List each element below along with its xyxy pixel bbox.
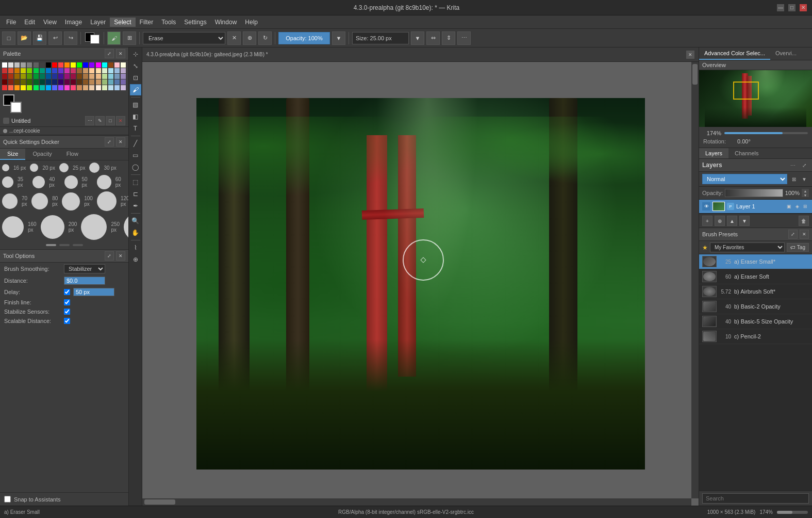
swatch-ly1[interactable] (121, 62, 126, 68)
tool-brush[interactable]: 🖌 (130, 84, 141, 95)
sw-2-13[interactable] (77, 68, 82, 73)
opacity-down-button[interactable]: ▼ (332, 31, 345, 45)
tool-pan[interactable]: ✋ (130, 227, 141, 238)
sw-5-18[interactable] (108, 85, 113, 90)
sw-5-14[interactable] (83, 85, 88, 90)
canvas-close-button[interactable]: ✕ (686, 51, 694, 59)
brush-preset-button[interactable]: 🖌 (107, 31, 121, 45)
sw-4-19[interactable] (114, 79, 120, 85)
sw-2-20[interactable] (121, 68, 126, 73)
palette-file-button[interactable]: □ (106, 116, 115, 125)
sw-2-8[interactable] (46, 68, 51, 73)
sw-2-15[interactable] (89, 68, 94, 73)
tool-color-picker[interactable]: ✒ (130, 200, 141, 212)
delay-input[interactable] (73, 288, 114, 296)
sw-4-20[interactable] (121, 79, 126, 85)
sw-4-5[interactable] (27, 79, 32, 85)
sw-2-6[interactable] (34, 68, 39, 73)
tool-assistant[interactable]: ⊕ (130, 254, 141, 265)
sw-3-6[interactable] (34, 74, 39, 79)
tab-advanced-color[interactable]: Advanced Color Selec... (699, 47, 770, 60)
swatch-b1[interactable] (83, 62, 88, 68)
palette-float-button[interactable]: ⤢ (105, 49, 114, 58)
sw-3-10[interactable] (58, 74, 63, 79)
distance-input[interactable] (64, 277, 105, 285)
sw-2-11[interactable] (64, 68, 70, 73)
bp-float-button[interactable]: ⤢ (788, 230, 798, 239)
size-down-button[interactable]: ▼ (411, 31, 424, 45)
sw-4-2[interactable] (8, 79, 13, 85)
sw-3-11[interactable] (64, 74, 70, 79)
swatch-gray[interactable] (14, 62, 20, 68)
brush-item-basic5[interactable]: 40 b) Basic-5 Size Opacity (699, 314, 812, 329)
sw-5-15[interactable] (89, 85, 94, 90)
brush-item-airbrush[interactable]: 5.72 b) Airbrush Soft* (699, 284, 812, 299)
overview-image[interactable] (699, 70, 812, 127)
scalable-distance-checkbox[interactable] (64, 318, 70, 324)
layers-options-button[interactable]: ⋯ (788, 160, 798, 170)
menu-select[interactable]: Select (110, 18, 135, 27)
sw-3-19[interactable] (114, 74, 120, 79)
tool-crop[interactable]: ⊡ (130, 72, 141, 84)
brush-circle-30[interactable] (89, 163, 100, 173)
swatch-ltgray[interactable] (8, 62, 13, 68)
sw-4-16[interactable] (96, 79, 101, 85)
swatch-dkgray[interactable] (27, 62, 32, 68)
brush-refresh-button[interactable]: ↻ (258, 31, 272, 45)
brush-circle-80[interactable] (31, 193, 48, 209)
to-float-button[interactable]: ⤢ (105, 251, 114, 261)
tab-channels[interactable]: Channels (728, 148, 765, 158)
sw-2-18[interactable] (108, 68, 113, 73)
swatch-pk1[interactable] (114, 62, 120, 68)
move-down-button[interactable]: ▼ (739, 216, 750, 226)
swatch-white[interactable] (2, 62, 7, 68)
brush-circle-16[interactable] (2, 164, 9, 171)
swatch-o1[interactable] (64, 62, 70, 68)
sw-4-9[interactable] (52, 79, 57, 85)
opacity-up-arrow[interactable]: ▲ (802, 189, 809, 193)
layer-action1[interactable]: ▣ (785, 203, 792, 210)
sw-2-17[interactable] (102, 68, 107, 73)
minimize-button[interactable]: — (777, 4, 784, 11)
sw-5-4[interactable] (21, 85, 26, 90)
h-scrollbar-thumb[interactable] (144, 499, 175, 505)
open-button[interactable]: 📂 (18, 31, 31, 45)
sw-4-3[interactable] (14, 79, 20, 85)
tool-select-rect[interactable]: ⬚ (130, 176, 141, 188)
sw-4-17[interactable] (102, 79, 107, 85)
sw-5-16[interactable] (96, 85, 101, 90)
brush-item-eraser-small[interactable]: 25 a) Eraser Small* (699, 254, 812, 269)
layer-action2[interactable]: ◈ (793, 203, 801, 210)
sw-2-2[interactable] (8, 68, 13, 73)
brush-circle-160[interactable] (2, 216, 24, 238)
menu-view[interactable]: View (39, 18, 61, 27)
sw-3-5[interactable] (27, 74, 32, 79)
sw-5-11[interactable] (64, 85, 70, 90)
swatch-y1[interactable] (71, 62, 76, 68)
brush-circle-60[interactable] (97, 175, 111, 189)
sw-2-16[interactable] (96, 68, 101, 73)
sw-2-19[interactable] (114, 68, 120, 73)
sw-4-11[interactable] (64, 79, 70, 85)
brush-circle-100[interactable] (62, 192, 80, 211)
sw-4-10[interactable] (58, 79, 63, 85)
menu-edit[interactable]: Edit (20, 18, 39, 27)
qs-tab-opacity[interactable]: Opacity (25, 149, 59, 160)
redo-button[interactable]: ↪ (64, 31, 77, 45)
fg-bg-indicator[interactable] (3, 94, 22, 113)
size-input[interactable] (352, 32, 409, 44)
sw-3-3[interactable] (14, 74, 20, 79)
opacity-slider[interactable] (725, 189, 783, 197)
brush-circle-250[interactable] (81, 214, 107, 240)
sw-4-6[interactable] (34, 79, 39, 85)
mirror-h-button[interactable]: ⇔ (426, 31, 440, 45)
mirror-v-button[interactable]: ⇕ (442, 31, 455, 45)
menu-help[interactable]: Help (241, 18, 262, 27)
menu-filter[interactable]: Filter (136, 18, 158, 27)
search-input[interactable] (702, 493, 809, 504)
window-controls[interactable]: — □ ✕ (777, 4, 807, 11)
smoothing-select[interactable]: Stabilizer (64, 264, 105, 273)
opacity-down-arrow[interactable]: ▼ (802, 193, 809, 197)
sw-4-12[interactable] (71, 79, 76, 85)
to-close-button[interactable]: ✕ (116, 251, 125, 261)
